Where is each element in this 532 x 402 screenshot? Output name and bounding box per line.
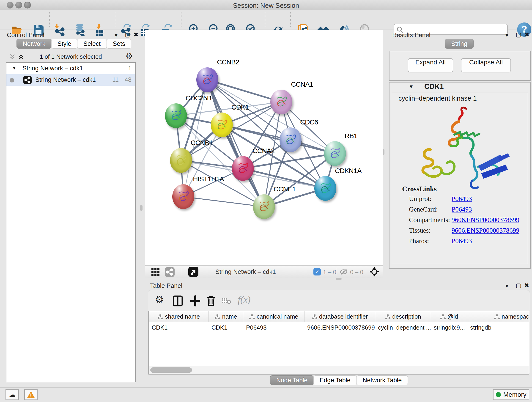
network-row-selected[interactable]: String Network – cdk1 11 48 bbox=[6, 74, 135, 86]
fit-selected-icon[interactable] bbox=[369, 267, 380, 277]
gene-description: cyclin–dependent kinase 1 bbox=[399, 95, 477, 102]
network-node-ccna2[interactable] bbox=[232, 156, 254, 181]
column-header-namespace[interactable]: namespace bbox=[467, 311, 529, 322]
table-panel-close-icon[interactable]: ✖ bbox=[524, 282, 529, 289]
table-cell[interactable]: cyclin–dependent ... bbox=[375, 322, 431, 333]
tab-node-table[interactable]: Node Table bbox=[270, 375, 314, 385]
table-cell[interactable]: CDK1 bbox=[149, 322, 209, 333]
column-header-label: shared name bbox=[165, 313, 200, 320]
crosslink-value-link[interactable]: 9606.ENSP00000378699 bbox=[452, 227, 519, 234]
memory-button[interactable]: Memory bbox=[493, 389, 529, 400]
table-settings-gear-icon[interactable]: ⚙ bbox=[155, 294, 164, 305]
table-cell[interactable]: P06493 bbox=[243, 322, 304, 333]
network-edge[interactable] bbox=[183, 197, 264, 207]
selected-checkbox-icon[interactable]: ✓ bbox=[313, 268, 321, 275]
tree-collapse-icon[interactable]: ▾ bbox=[13, 65, 16, 71]
table-cell[interactable]: CDK1 bbox=[209, 322, 243, 333]
table-panel-menu-icon[interactable]: ▾ bbox=[505, 282, 508, 289]
network-node-cdkn1a[interactable] bbox=[314, 176, 336, 201]
crosslink-value-link[interactable]: P06493 bbox=[452, 206, 472, 213]
network-node-cdk1[interactable] bbox=[211, 113, 233, 137]
tab-network[interactable]: Network bbox=[17, 39, 51, 49]
table-cell[interactable]: stringdb bbox=[467, 322, 529, 333]
show-grid-icon[interactable] bbox=[151, 268, 160, 276]
cloud-button[interactable]: ☁ bbox=[6, 389, 19, 400]
warnings-button[interactable] bbox=[24, 389, 38, 400]
table-tabs: Node TableEdge TableNetwork Table bbox=[270, 375, 408, 385]
protein-structure-thumb bbox=[165, 103, 187, 128]
table-cell[interactable]: 9606.ENSP00000378699 bbox=[304, 322, 375, 333]
column-header-shared-name[interactable]: shared name bbox=[149, 311, 209, 322]
column-header-name[interactable]: name bbox=[209, 311, 243, 322]
network-node-cdc6[interactable] bbox=[279, 128, 302, 152]
results-panel-menu-icon[interactable]: ▾ bbox=[505, 32, 508, 39]
toolbar-separator bbox=[116, 12, 116, 27]
results-panel-float-icon[interactable]: ▢ bbox=[516, 31, 521, 38]
toolbar-divider bbox=[309, 268, 309, 276]
expand-all-button[interactable]: Expand All bbox=[408, 58, 453, 72]
tab-string[interactable]: String bbox=[445, 39, 474, 49]
column-header-database-identifier[interactable]: database identifier bbox=[304, 311, 375, 322]
main-toolbar: ? bbox=[0, 10, 532, 30]
network-collection-row[interactable]: ▾ String Network – cdk1 1 bbox=[6, 63, 135, 74]
node-label-cdc25b: CDC25B bbox=[186, 94, 211, 102]
birds-eye-view-icon[interactable] bbox=[188, 267, 198, 277]
hscrollbar-thumb[interactable] bbox=[150, 367, 192, 373]
protein-structure-thumb bbox=[170, 148, 192, 173]
import-table-icon[interactable] bbox=[93, 23, 106, 36]
crosslink-value-link[interactable]: P06493 bbox=[452, 195, 472, 203]
tab-select[interactable]: Select bbox=[77, 39, 107, 49]
network-node-rb1[interactable] bbox=[324, 141, 346, 166]
left-splitter-handle[interactable] bbox=[140, 205, 143, 211]
network-edge[interactable] bbox=[207, 80, 264, 207]
network-node-cdc25b[interactable] bbox=[165, 103, 187, 128]
section-collapse-icon[interactable]: ▾ bbox=[410, 83, 413, 90]
column-header-description[interactable]: description bbox=[375, 311, 431, 322]
application-window: Session: New Session bbox=[0, 0, 532, 402]
crosslink-label: Uniprot: bbox=[409, 195, 431, 202]
control-panel-float-icon[interactable]: ▢ bbox=[125, 31, 131, 38]
tab-style[interactable]: Style bbox=[51, 39, 77, 49]
crosslinks-title: CrossLinks bbox=[402, 185, 437, 193]
network-canvas[interactable]: CCNB2CCNA1CDC25BCDK1CDC6RB1CCNB1CCNA2CDK… bbox=[145, 30, 383, 265]
column-header-canonical-name[interactable]: canonical name bbox=[243, 311, 304, 322]
toolbar-separator bbox=[290, 12, 291, 27]
network-node-ccna1[interactable] bbox=[270, 89, 292, 114]
network-type-icon[interactable] bbox=[165, 267, 175, 277]
add-column-icon[interactable] bbox=[190, 295, 200, 306]
network-node-ccne1[interactable] bbox=[253, 194, 275, 219]
collapse-all-button[interactable]: Collapse All bbox=[461, 58, 511, 72]
control-panel-menu-icon[interactable]: ▾ bbox=[114, 32, 118, 39]
network-collection-label: String Network – cdk1 bbox=[22, 65, 83, 72]
network-node-ccnb2[interactable] bbox=[196, 67, 218, 92]
function-builder-icon: f(x) bbox=[238, 294, 251, 305]
network-node-hist1h1a[interactable] bbox=[172, 184, 194, 209]
selected-counter: 1 – 0 bbox=[323, 269, 336, 276]
collection-count: 1 bbox=[128, 65, 132, 72]
table-panel-float-icon[interactable]: ▢ bbox=[516, 282, 521, 289]
cloud-icon: ☁ bbox=[9, 391, 16, 398]
crosslink-value-link[interactable]: 9606.ENSP00000378699 bbox=[452, 216, 519, 224]
table-row[interactable]: CDK1CDK1P064939606.ENSP00000378699cyclin… bbox=[149, 322, 529, 333]
tab-edge-table[interactable]: Edge Table bbox=[313, 375, 357, 385]
control-panel-close-icon[interactable]: ✖ bbox=[133, 31, 138, 38]
import-network-database-icon[interactable] bbox=[73, 23, 86, 36]
network-node-ccnb1[interactable] bbox=[170, 148, 192, 173]
title-bar: Session: New Session bbox=[0, 0, 532, 10]
edge-count: 48 bbox=[125, 76, 132, 83]
hidden-eye-icon[interactable] bbox=[340, 268, 348, 275]
bottom-splitter-handle[interactable] bbox=[336, 278, 342, 280]
results-panel-close-icon[interactable]: ✖ bbox=[524, 31, 529, 38]
gene-section: ▾ CDK1 cyclin–dependent kinase 1 bbox=[389, 82, 531, 269]
tab-sets[interactable]: Sets bbox=[107, 39, 131, 49]
tab-network-table[interactable]: Network Table bbox=[356, 375, 408, 385]
delete-column-icon[interactable] bbox=[206, 295, 216, 306]
network-options-gear-icon[interactable]: ⚙ bbox=[126, 51, 133, 61]
show-columns-icon[interactable] bbox=[173, 295, 183, 306]
table-cell[interactable]: stringdb:9... bbox=[431, 322, 467, 333]
crosslink-label: Compartments: bbox=[409, 216, 450, 223]
crosslink-value-link[interactable]: P06493 bbox=[452, 237, 472, 245]
column-header-id[interactable]: @id bbox=[431, 311, 467, 322]
import-network-file-icon[interactable] bbox=[53, 23, 66, 36]
hidden-counter: 0 – 0 bbox=[350, 269, 363, 276]
